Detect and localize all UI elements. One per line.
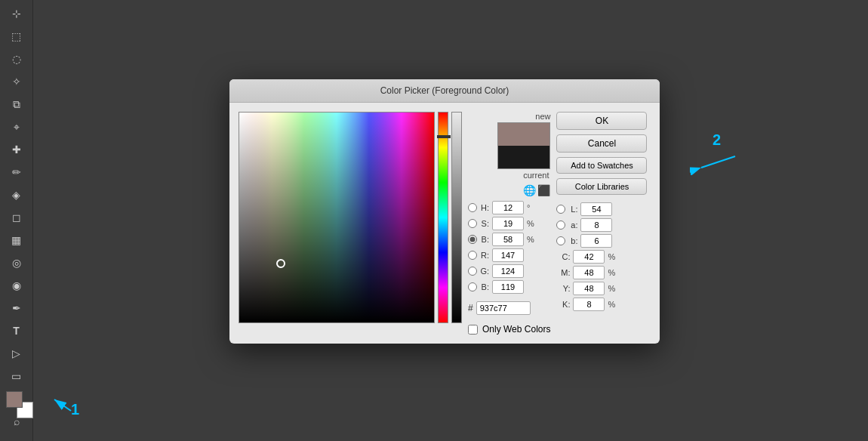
r-radio[interactable] [468,251,477,260]
web-colors-row: Only Web Colors [468,324,550,335]
picker-area [239,112,462,335]
type-tool[interactable]: T [6,320,27,341]
c-unit: % [608,252,617,261]
annotation-1-arrow [48,373,139,418]
b-radio[interactable] [468,235,477,244]
color-swatch-box[interactable] [497,122,550,169]
swatch-current [498,146,549,168]
opacity-slider-area [451,112,462,323]
swatch-new [498,123,549,146]
blur-tool[interactable]: ◎ [6,252,27,273]
svg-line-3 [701,156,735,168]
hue-cursor [437,135,451,138]
blab-field-row: b: [556,234,647,248]
hue-slider-area [438,112,448,323]
r-field-row: R: [468,248,550,262]
path-tool[interactable]: ▷ [6,343,27,364]
dialog-titlebar: Color Picker (Foreground Color) [229,79,660,103]
color-picker-dialog: Color Picker (Foreground Color) [229,79,660,344]
blab-input[interactable] [580,234,612,248]
color-libraries-button[interactable]: Color Libraries [556,178,647,195]
clone-tool[interactable]: ◈ [6,184,27,205]
h-radio[interactable] [468,203,477,212]
m-input[interactable] [573,266,605,279]
a-field-row: a: [556,218,647,232]
g-input[interactable] [492,264,524,278]
c-input[interactable] [573,250,605,264]
ok-button[interactable]: OK [556,112,647,130]
main-area: Color Picker (Foreground Color) [33,0,868,441]
y-unit: % [608,284,617,293]
l-input[interactable] [580,202,612,216]
dialog-title: Color Picker (Foreground Color) [380,85,509,96]
dodge-tool[interactable]: ◉ [6,275,27,296]
foreground-color-box[interactable] [6,391,23,408]
annotation-label-2: 2 [713,131,721,149]
a-label: a: [568,220,577,230]
b-input[interactable] [492,233,524,246]
current-label: current [523,171,549,180]
web-globe-icon: 🌐 [523,184,536,196]
b-unit: % [527,235,536,244]
move-tool[interactable]: ⊹ [6,3,27,24]
b2-field-row: B: [468,280,550,294]
h-field-row: H: ° [468,201,550,214]
y-label: Y: [556,284,570,293]
s-radio[interactable] [468,219,477,228]
eraser-tool[interactable]: ◻ [6,207,27,228]
b-label: B: [480,235,489,244]
s-input[interactable] [492,217,524,230]
center-controls: new current 🌐 ⬛ H: [468,112,550,335]
crop-tool[interactable]: ⧉ [6,94,27,115]
y-field-row: Y: % [556,282,647,295]
blab-radio[interactable] [556,236,565,245]
s-unit: % [527,219,536,228]
r-input[interactable] [492,248,524,262]
brush-tool[interactable]: ✏ [6,162,27,183]
b2-radio[interactable] [468,282,477,291]
a-input[interactable] [580,218,612,232]
k-label: K: [556,300,570,309]
marquee-tool[interactable]: ⬚ [6,26,27,47]
l-label: L: [568,205,577,214]
g-label: G: [480,267,489,276]
k-unit: % [608,300,617,309]
y-input[interactable] [573,282,605,295]
annotation-2-arrow [690,145,750,183]
cancel-button[interactable]: Cancel [556,134,647,153]
heal-tool[interactable]: ✚ [6,139,27,160]
eyedropper-tool[interactable]: ⌖ [6,116,27,137]
wand-tool[interactable]: ✧ [6,71,27,92]
right-panel: OK Cancel Add to Swatches Color Librarie… [556,112,647,335]
b2-input[interactable] [492,280,524,294]
gradient-tool[interactable]: ▦ [6,230,27,251]
only-web-colors-label: Only Web Colors [482,324,550,335]
lasso-tool[interactable]: ◌ [6,48,27,69]
web-icons: 🌐 ⬛ [468,184,550,196]
b-field-row: B: % [468,233,550,246]
m-unit: % [608,268,617,277]
m-label: M: [556,268,570,277]
dialog-body: new current 🌐 ⬛ H: [229,103,660,344]
shape-tool[interactable]: ▭ [6,365,27,387]
h-unit: ° [527,203,536,212]
g-field-row: G: [468,264,550,278]
opacity-slider[interactable] [451,112,462,323]
l-field-row: L: [556,202,647,216]
color-gradient[interactable] [239,112,435,323]
pen-tool[interactable]: ✒ [6,298,27,319]
g-radio[interactable] [468,267,477,276]
l-radio[interactable] [556,205,565,214]
hue-slider[interactable] [438,112,448,323]
k-input[interactable] [573,298,605,311]
hex-input[interactable] [476,301,531,315]
k-field-row: K: % [556,298,647,311]
add-to-swatches-button[interactable]: Add to Swatches [556,157,647,174]
only-web-colors-checkbox[interactable] [468,325,478,335]
a-radio[interactable] [556,220,565,230]
color-warning-icon: ⬛ [537,184,550,196]
color-swatch-section: new current [468,112,550,180]
annotation-label-1: 1 [71,401,79,418]
h-input[interactable] [492,201,524,214]
blab-label: b: [568,236,577,245]
